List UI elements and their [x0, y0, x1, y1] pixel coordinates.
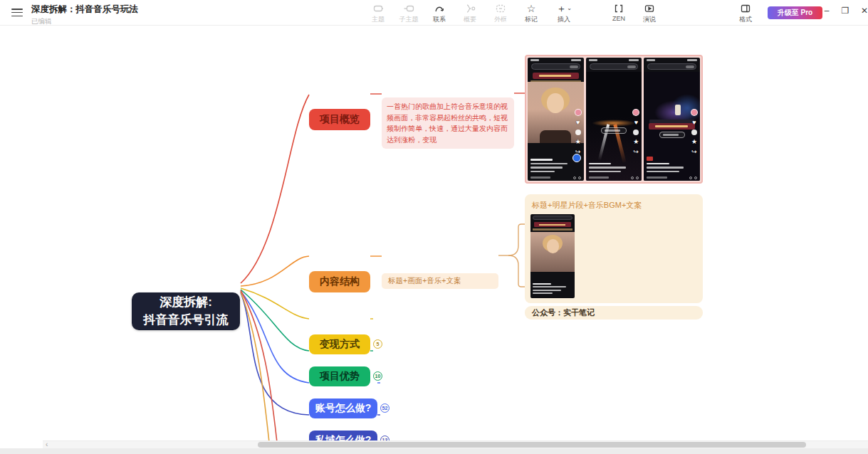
comment-icon	[633, 130, 639, 135]
marker-button[interactable]: ☆ 标记	[521, 3, 542, 24]
account-badge	[572, 154, 581, 162]
search-bar	[531, 63, 580, 70]
like-icon: ♥	[692, 120, 696, 126]
present-button[interactable]: 演说	[639, 3, 660, 24]
toolbar-center-group: 主题 子主题 联系 概要	[367, 3, 577, 24]
favorite-icon: ★	[633, 139, 639, 145]
subtopic-icon	[403, 3, 414, 14]
document-title-block: 深度拆解：抖音音乐号玩法 已编辑	[31, 4, 138, 26]
replay-pill-button	[659, 132, 685, 138]
status-bar	[647, 59, 697, 61]
topic-tag	[647, 157, 653, 161]
toolbar-right-group: ZEN 演说	[608, 3, 660, 24]
topic-icon	[372, 3, 384, 14]
collapsed-count-badge-advantages[interactable]: 10	[373, 371, 382, 381]
menu-icon[interactable]	[11, 9, 23, 17]
zen-button[interactable]: ZEN	[608, 3, 629, 24]
search-bar	[590, 63, 639, 70]
replay-pill-button	[601, 127, 627, 134]
root-topic-line2: 抖音音乐号引流	[144, 312, 229, 329]
action-rail: ♥ ★ ↪	[575, 109, 582, 155]
branch-monetization[interactable]: 变现方式	[309, 334, 370, 354]
status-bar	[589, 59, 639, 61]
avatar	[632, 109, 639, 116]
relationship-icon	[434, 3, 445, 14]
boundary-button[interactable]: 外框	[490, 3, 511, 24]
title-banner	[533, 73, 579, 79]
root-topic-line1: 深度拆解:	[144, 294, 229, 312]
detail-title: 标题+明星片段+音乐BGM+文案	[532, 200, 696, 211]
avatar	[691, 109, 698, 116]
branch-connector-lines	[0, 26, 868, 454]
format-button[interactable]: 格式	[735, 3, 756, 24]
bottom-status-strip	[0, 448, 868, 454]
root-topic[interactable]: 深度拆解: 抖音音乐号引流	[132, 292, 240, 330]
douyin-screenshots-attachment[interactable]: ♥ ★ ↪ ♥	[525, 55, 703, 184]
branch-how-to-run-account[interactable]: 账号怎么做?	[309, 398, 377, 418]
boundary-icon	[495, 3, 506, 14]
like-icon: ♥	[576, 120, 580, 126]
caption-text-lines	[530, 159, 571, 172]
document-title: 深度拆解：抖音音乐号玩法	[31, 4, 138, 16]
action-rail: ♥ ★ ↪	[691, 109, 698, 155]
upgrade-pro-button[interactable]: 升级至 Pro	[768, 6, 822, 19]
format-panel-icon	[740, 3, 751, 14]
status-bar	[530, 59, 581, 61]
comment-icon	[575, 130, 581, 135]
bottom-bar	[589, 176, 639, 179]
search-bar	[647, 63, 696, 70]
insert-button[interactable]: ＋⌄ 插入	[551, 3, 577, 24]
comment-icon	[691, 130, 697, 135]
collapsed-count-badge-monetization[interactable]: 5	[373, 339, 382, 349]
presentation-icon	[644, 3, 655, 14]
summary-icon	[464, 3, 476, 14]
window-close-button[interactable]: ✕	[858, 6, 868, 16]
caption-text-lines	[589, 163, 629, 173]
zen-mode-icon	[613, 3, 624, 14]
relationship-button[interactable]: 联系	[429, 3, 450, 24]
like-icon: ♥	[634, 120, 638, 126]
subtopic-button[interactable]: 子主题	[398, 3, 419, 24]
branch-project-advantages[interactable]: 项目优势	[309, 366, 370, 386]
branch-project-overview[interactable]: 项目概览	[309, 109, 370, 130]
avatar	[575, 109, 582, 116]
caption-text-lines	[647, 163, 687, 173]
douyin-mini-screenshot	[530, 214, 575, 298]
phone-screenshot-1: ♥ ★ ↪	[528, 58, 584, 181]
scroll-left-arrow[interactable]: ‹	[46, 440, 48, 448]
document-status: 已编辑	[31, 17, 138, 26]
project-overview-note[interactable]: 一首热门的歌曲加上符合音乐意境的视频画面，非常容易起粉丝的共鸣，短视频制作简单，…	[382, 97, 514, 149]
share-icon: ↪	[691, 149, 697, 155]
topic-button[interactable]: 主题	[367, 3, 389, 24]
bottom-bar	[530, 176, 581, 179]
summary-button[interactable]: 概要	[459, 3, 481, 24]
content-structure-child[interactable]: 标题+画面+音乐+文案	[382, 273, 498, 289]
branch-content-structure[interactable]: 内容结构	[309, 271, 370, 292]
marker-icon: ☆	[527, 3, 536, 14]
window-minimize-button[interactable]: –	[820, 6, 833, 16]
action-rail: ♥ ★ ↪	[632, 109, 639, 155]
favorite-icon: ★	[691, 139, 697, 145]
window-maximize-button[interactable]: ❐	[839, 6, 852, 16]
format-group: 格式	[735, 3, 756, 24]
horizontal-scrollbar-thumb[interactable]	[258, 442, 806, 448]
app-window: 深度拆解：抖音音乐号玩法 已编辑 主题 子主题 联系	[0, 0, 868, 454]
top-toolbar: 深度拆解：抖音音乐号玩法 已编辑 主题 子主题 联系	[0, 0, 868, 26]
phone-screenshot-3: ♥ ★ ↪	[644, 58, 700, 181]
collapsed-count-badge-account[interactable]: 52	[380, 403, 389, 413]
insert-icon: ＋⌄	[556, 3, 572, 14]
wechat-account-node[interactable]: 公众号：实干笔记	[525, 306, 703, 320]
mindmap-canvas: 深度拆解: 抖音音乐号引流 项目概览 一首热门的歌曲加上符合音乐意境的视频画面，…	[0, 26, 868, 454]
share-icon: ↪	[634, 149, 639, 155]
favorite-icon: ★	[575, 139, 581, 145]
bottom-bar	[647, 176, 697, 179]
title-banner	[649, 123, 695, 130]
content-structure-detail[interactable]: 标题+明星片段+音乐BGM+文案	[525, 194, 703, 303]
phone-screenshot-2: ♥ ★ ↪	[586, 58, 642, 181]
